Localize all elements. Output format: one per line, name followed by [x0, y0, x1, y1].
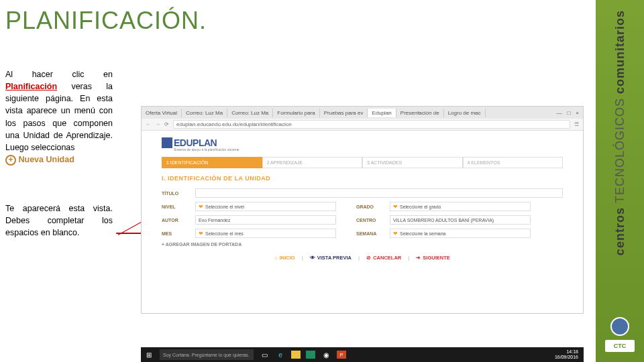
system-tray[interactable]: 14:18 16/09/2016 [555, 349, 581, 359]
mes-select[interactable]: ❤Seleccione el mes [195, 229, 336, 238]
eduplan-logo-text: EDUPLAN [174, 137, 217, 148]
clock-date: 16/09/2016 [555, 355, 578, 360]
browser-tab[interactable]: Correo: Luz Ma [227, 109, 273, 117]
browser-tab[interactable]: Pruebas para ev [320, 109, 368, 117]
chevron-down-icon: ❤ [393, 231, 398, 237]
vista-previa-button[interactable]: 👁VISTA PREVIA [310, 255, 352, 261]
titulo-input[interactable] [195, 188, 563, 198]
presidency-seal-icon [610, 317, 629, 336]
home-icon: ⌂ [274, 255, 278, 261]
explorer-icon[interactable] [291, 351, 301, 359]
centro-label: CENTRO [356, 218, 390, 223]
chrome-icon[interactable]: ◉ [321, 349, 331, 360]
maximize-icon[interactable]: □ [567, 110, 570, 116]
sidebar-brand-text: centros TECNOLÓGICOS comunitarios [613, 10, 627, 255]
ctc-logo: CTC [605, 340, 635, 352]
grado-select[interactable]: ❤Seleccione el grado [390, 202, 531, 211]
cancelar-button[interactable]: ⊘CANCELAR [366, 255, 401, 261]
eduplan-tagline: Sistema de apoyo a la planificación doce… [174, 147, 563, 152]
browser-tab[interactable]: Correo: Luz Ma [182, 109, 227, 117]
instruction-paragraph-1: Al hacer clic en Planificación veras la … [5, 68, 113, 166]
browser-tab-active[interactable]: Eduplan [368, 109, 396, 117]
autor-input[interactable]: Evo Fernandez [195, 215, 336, 225]
chevron-down-icon: ❤ [199, 231, 203, 237]
browser-tab[interactable]: Oferta Virtual [142, 109, 182, 117]
menu-icon[interactable]: ☰ [574, 121, 579, 127]
wizard-steps: 1 IDENTIFICACIÓN 2 APRENDIZAJE 3 ACTIVID… [162, 157, 563, 168]
eduplan-logo: EDUPLAN [162, 137, 563, 148]
back-icon[interactable]: ← [146, 121, 151, 127]
powerpoint-icon[interactable]: P [337, 351, 346, 359]
centro-input[interactable]: VILLA SOMBRERO ADULTOS BANÍ (PERAVIA) [390, 215, 531, 225]
grado-label: GRADO [356, 204, 390, 209]
step-elementos[interactable]: 4 ELEMENTOS [463, 157, 564, 168]
form-actions: ⌂INICIO | 👁VISTA PREVIA | ⊘CANCELAR | ➔S… [162, 255, 563, 261]
add-cover-image-button[interactable]: + AGREGAR IMAGEN DE PORTADA [162, 242, 563, 247]
nivel-label: NIVEL [162, 204, 195, 209]
clock-time: 14:18 [555, 349, 578, 355]
minimize-icon[interactable]: — [556, 110, 561, 116]
forward-icon[interactable]: → [155, 121, 160, 127]
reload-icon[interactable]: ⟳ [164, 121, 169, 127]
browser-tab[interactable]: Logro de mac [444, 109, 486, 117]
semana-select[interactable]: ❤Seleccione la semana [390, 229, 531, 238]
slide-sidebar: centros TECNOLÓGICOS comunitarios CTC [596, 0, 644, 362]
browser-window: Oferta Virtual Correo: Luz Ma Correo: Lu… [141, 106, 584, 314]
address-bar-row: ← → ⟳ eduplan.educando.edu.do/eduplan/id… [142, 119, 583, 131]
eduplan-logo-icon [162, 137, 172, 148]
siguiente-button[interactable]: ➔SIGUIENTE [416, 255, 449, 261]
autor-label: AUTOR [162, 218, 195, 223]
browser-tab[interactable]: Formulario para [273, 109, 319, 117]
nueva-unidad-label: Nueva Unidad [18, 155, 74, 164]
edge-icon[interactable]: e [275, 349, 286, 360]
step-aprendizaje[interactable]: 2 APRENDIZAJE [262, 157, 363, 168]
close-icon[interactable]: × [576, 110, 579, 116]
semana-label: SEMANA [356, 231, 390, 236]
plus-icon: + [5, 155, 16, 166]
url-input[interactable]: eduplan.educando.edu.do/eduplan/identifi… [173, 120, 570, 129]
browser-tabs: Oferta Virtual Correo: Luz Ma Correo: Lu… [142, 107, 583, 119]
planificacion-link-text: Planificación [5, 82, 57, 91]
mes-label: MES [162, 231, 195, 236]
instruction-paragraph-2: Te aparecerá esta vista. Debes completar… [5, 202, 113, 239]
step-actividades[interactable]: 3 ACTIVIDADES [362, 157, 463, 168]
nivel-select[interactable]: ❤Seleccione el nivel [195, 202, 336, 211]
eye-icon: 👁 [310, 255, 315, 261]
task-view-icon[interactable]: ▭ [259, 349, 270, 360]
titulo-label: TÍTULO [162, 191, 195, 196]
step-identificacion[interactable]: 1 IDENTIFICACIÓN [162, 157, 262, 168]
start-button[interactable]: ⊞ [144, 349, 154, 360]
chevron-down-icon: ❤ [199, 204, 203, 210]
chevron-down-icon: ❤ [393, 204, 398, 210]
next-icon: ➔ [416, 255, 421, 261]
store-icon[interactable] [306, 351, 315, 359]
inicio-button[interactable]: ⌂INICIO [274, 255, 294, 261]
section-heading: I. IDENTIFICACIÓN DE LA UNIDAD [162, 175, 563, 182]
windows-taskbar: ⊞ Soy Cortana. Pregúntame lo que quieras… [141, 347, 584, 362]
cancel-icon: ⊘ [366, 255, 371, 261]
browser-tab[interactable]: Presentación de [396, 109, 444, 117]
slide-title: PLANIFICACIÓN. [5, 7, 590, 35]
cortana-search[interactable]: Soy Cortana. Pregúntame lo que quieras. [160, 349, 254, 360]
